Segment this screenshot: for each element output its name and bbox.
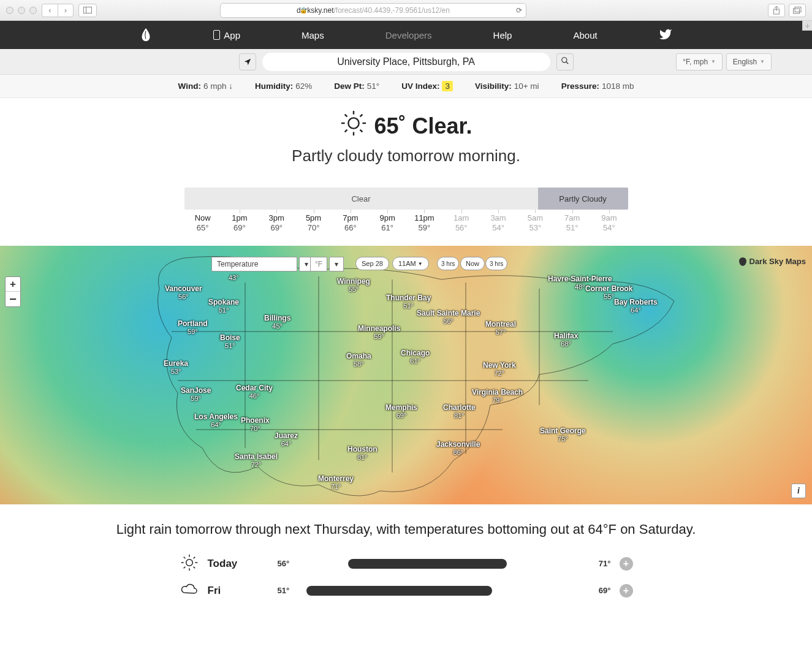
current-summary: Partly cloudy tomorrow morning. xyxy=(0,146,812,165)
chevron-down-icon: ▼ xyxy=(418,261,423,267)
map-city-label: Jacksonville86° xyxy=(436,441,480,456)
reload-icon[interactable]: ⟳ xyxy=(516,6,522,15)
nav-maps[interactable]: Maps xyxy=(302,30,324,40)
temp-range: 51°69° xyxy=(278,586,611,596)
chrome-right-controls xyxy=(768,4,806,17)
map-city-label: Virginia Beach79° xyxy=(472,389,523,404)
map-controls: Temperature ▾ °F ▾ Sep 28 11AM▼ 3 hrs No… xyxy=(0,251,812,269)
search-button[interactable] xyxy=(556,53,574,70)
stat-dewpt: Dew Pt:51° xyxy=(334,82,379,91)
chevron-down-icon: ▼ xyxy=(760,59,765,64)
temp-hi: 71° xyxy=(599,559,611,568)
continent-outline xyxy=(0,246,812,504)
stat-wind: Wind:6 mph ↓ xyxy=(178,82,233,91)
twitter-icon[interactable] xyxy=(659,28,672,43)
phone-icon xyxy=(213,30,220,40)
share-button[interactable] xyxy=(768,4,785,17)
drop-icon xyxy=(739,257,746,266)
hourly-tick: 5am53° xyxy=(517,213,553,232)
map-city-label: Halifax68° xyxy=(554,332,578,347)
weekly-summary: Light rain tomorrow through next Thursda… xyxy=(0,504,812,550)
units-dropdown[interactable]: °F, mph▼ xyxy=(676,53,723,70)
minimize-window-icon[interactable] xyxy=(18,7,25,14)
back-button[interactable]: ‹ xyxy=(42,4,58,17)
map-unit-label: °F xyxy=(310,257,327,271)
map-city-label: 43° xyxy=(229,274,239,281)
map-city-label: Billings45° xyxy=(264,314,290,330)
stat-humidity: Humidity:62% xyxy=(255,82,312,91)
map-layer-dropdown[interactable]: Temperature xyxy=(211,257,297,271)
tabs-icon xyxy=(793,7,802,14)
map-date-pill[interactable]: Sep 28 xyxy=(355,257,389,270)
nav-about[interactable]: About xyxy=(573,30,597,40)
svg-point-16 xyxy=(186,560,192,566)
nav-developers[interactable]: Developers xyxy=(385,30,432,40)
map-info-button[interactable]: i xyxy=(791,484,806,498)
day-name: Today xyxy=(208,558,269,570)
map-now-button[interactable]: Now xyxy=(460,257,485,270)
nav-help[interactable]: Help xyxy=(493,30,512,40)
map-city-label: Eureka53° xyxy=(164,360,188,375)
hourly-tick: 5pm70° xyxy=(295,213,332,232)
location-search-row: °F, mph▼ English▼ xyxy=(0,49,812,75)
temp-lo: 56° xyxy=(278,559,290,568)
map-city-label: Juarez64° xyxy=(275,432,298,447)
temp-hi: 69° xyxy=(599,586,611,595)
location-arrow-icon xyxy=(243,58,252,66)
location-input[interactable] xyxy=(262,53,550,71)
hourly-tick: 7pm66° xyxy=(332,213,369,232)
hourly-tick: 7am51° xyxy=(553,213,590,232)
map-city-label: SanJose59° xyxy=(181,387,211,402)
map-city-label: Cedar City46° xyxy=(236,384,273,400)
weekly-day-row[interactable]: Fri51°69°+ xyxy=(180,577,633,604)
weather-map[interactable]: Temperature ▾ °F ▾ Sep 28 11AM▼ 3 hrs No… xyxy=(0,246,812,504)
map-city-label: Montreal57° xyxy=(485,321,516,336)
darksky-logo-icon[interactable] xyxy=(140,28,152,42)
new-tab-button[interactable]: + xyxy=(802,21,812,31)
forward-button[interactable]: › xyxy=(58,4,74,17)
chevron-down-icon: ▼ xyxy=(711,59,716,64)
map-step-back[interactable]: 3 hrs xyxy=(437,257,459,270)
svg-line-14 xyxy=(345,130,347,132)
map-city-label: New York72° xyxy=(483,362,516,377)
nav-app[interactable]: App xyxy=(213,30,240,40)
map-city-label: Winnipeg55° xyxy=(337,278,370,293)
hourly-condition-bar: Clear Partly Cloudy xyxy=(184,188,628,210)
map-zoom-in[interactable]: + xyxy=(6,277,20,292)
expand-day-button[interactable]: + xyxy=(620,557,633,571)
search-icon xyxy=(561,56,569,67)
lock-icon: 🔒 xyxy=(300,7,307,13)
svg-line-24 xyxy=(193,557,195,559)
weekly-day-row[interactable]: Today56°71°+ xyxy=(180,550,633,577)
stat-uv: UV Index:3 xyxy=(401,82,453,91)
hourly-tick: 9am54° xyxy=(591,213,628,232)
svg-line-23 xyxy=(183,567,185,569)
map-brand[interactable]: Dark Sky Maps xyxy=(739,257,806,266)
svg-line-15 xyxy=(360,115,363,117)
map-city-label: Monterrey71° xyxy=(318,475,354,490)
sidebar-toggle-button[interactable] xyxy=(78,4,97,17)
tabs-button[interactable] xyxy=(789,4,806,17)
svg-point-5 xyxy=(561,58,566,63)
map-city-label: Santa Isabel72° xyxy=(235,453,278,468)
zoom-window-icon[interactable] xyxy=(29,7,37,14)
map-city-label: Saint George75° xyxy=(540,427,586,442)
hourly-tick: 3am54° xyxy=(480,213,517,232)
map-city-label: Portland59° xyxy=(178,320,208,335)
map-zoom-out[interactable]: − xyxy=(6,292,20,306)
hourly-forecast: Clear Partly Cloudy Now65°1pm69°3pm69°5p… xyxy=(184,188,628,232)
language-dropdown[interactable]: English▼ xyxy=(726,53,772,70)
map-city-label: Boise51° xyxy=(220,334,240,349)
close-window-icon[interactable] xyxy=(6,7,13,14)
map-time-pill[interactable]: 11AM▼ xyxy=(392,257,429,270)
map-step-forward[interactable]: 3 hrs xyxy=(485,257,507,270)
url-bar[interactable]: 🔒 darksky.net/forecast/40.4439,-79.9561/… xyxy=(220,3,526,18)
url-path: /forecast/40.4439,-79.9561/us12/en xyxy=(333,6,449,15)
expand-day-button[interactable]: + xyxy=(620,584,633,598)
map-city-label: Omaha58° xyxy=(346,352,371,368)
geolocate-button[interactable] xyxy=(239,53,256,70)
map-unit-caret[interactable]: ▾ xyxy=(329,257,344,271)
svg-point-7 xyxy=(349,118,359,128)
stat-visibility: Visibility:10+ mi xyxy=(475,82,539,91)
browser-chrome: ‹ › 🔒 darksky.net/forecast/40.4439,-79.9… xyxy=(0,0,812,21)
